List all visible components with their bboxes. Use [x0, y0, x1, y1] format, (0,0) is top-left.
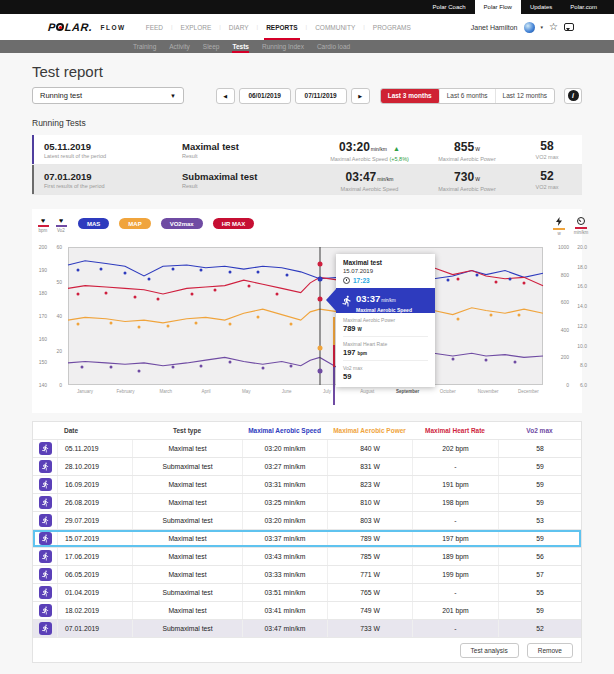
- data-point[interactable]: [138, 326, 141, 329]
- chevron-down-icon[interactable]: ▾: [541, 24, 544, 30]
- table-row[interactable]: 18.02.2019Maximal test03:41 min/km749 W2…: [33, 602, 581, 620]
- legend-pill-mas[interactable]: MAS: [78, 218, 109, 229]
- chat-bubble-icon[interactable]: [564, 23, 574, 31]
- data-point[interactable]: [138, 370, 141, 373]
- data-point[interactable]: [257, 316, 260, 319]
- topbar-link-updates[interactable]: Updates: [521, 0, 561, 14]
- range-button-last-12-months[interactable]: Last 12 months: [495, 88, 554, 104]
- data-point[interactable]: [447, 279, 450, 282]
- subnav-item-tests[interactable]: Tests: [232, 40, 249, 53]
- subnav-item-running-index[interactable]: Running Index: [262, 40, 304, 53]
- test-analysis-button[interactable]: Test analysis: [460, 643, 519, 658]
- remove-button[interactable]: Remove: [527, 643, 573, 658]
- data-point[interactable]: [124, 272, 127, 275]
- table-row[interactable]: 06.05.2019Maximal test03:33 min/km771 W1…: [33, 566, 581, 584]
- data-point[interactable]: [513, 360, 516, 363]
- data-point[interactable]: [290, 364, 293, 367]
- data-point[interactable]: [200, 364, 203, 367]
- table-row[interactable]: 29.07.2019Submaximal test03:20 min/km803…: [33, 512, 581, 530]
- nav-item-reports[interactable]: REPORTS: [264, 14, 299, 40]
- data-point[interactable]: [523, 281, 526, 284]
- date-to-input[interactable]: 07/11/2019: [295, 88, 347, 104]
- data-point[interactable]: [133, 295, 136, 298]
- nav-item-community[interactable]: COMMUNITY: [313, 14, 357, 40]
- table-row[interactable]: 15.07.2019Maximal test03:37 min/km789 W1…: [33, 530, 581, 548]
- table-row[interactable]: 17.06.2019Maximal test03:43 min/km785 W1…: [33, 548, 581, 566]
- data-point[interactable]: [485, 359, 488, 362]
- data-point[interactable]: [76, 323, 79, 326]
- avatar[interactable]: [524, 22, 535, 33]
- polar-logo[interactable]: PLAR.: [48, 21, 93, 33]
- data-point[interactable]: [228, 270, 231, 273]
- data-point[interactable]: [456, 277, 459, 280]
- data-point[interactable]: [290, 323, 293, 326]
- star-icon[interactable]: ☆: [549, 22, 558, 32]
- data-point[interactable]: [109, 321, 112, 324]
- table-row[interactable]: 28.10.2019Submaximal test03:27 min/km831…: [33, 458, 581, 476]
- data-point[interactable]: [200, 269, 203, 272]
- nav-item-explore[interactable]: EXPLORE: [179, 14, 214, 40]
- topbar-link-polar-coach[interactable]: Polar Coach: [424, 0, 475, 14]
- test-type-select[interactable]: Running test ▼: [32, 87, 184, 104]
- data-point[interactable]: [171, 366, 174, 369]
- data-point[interactable]: [489, 313, 492, 316]
- data-point[interactable]: [147, 277, 150, 280]
- info-button[interactable]: i: [564, 88, 582, 104]
- table-row[interactable]: 16.09.2019Maximal test03:31 min/km823 W1…: [33, 476, 581, 494]
- selected-data-point[interactable]: [317, 369, 322, 374]
- selected-data-point[interactable]: [317, 261, 322, 266]
- selected-data-point[interactable]: [317, 345, 322, 350]
- data-point[interactable]: [257, 270, 260, 273]
- data-point[interactable]: [261, 367, 264, 370]
- data-point[interactable]: [285, 273, 288, 276]
- data-point[interactable]: [171, 268, 174, 271]
- subnav-item-sleep[interactable]: Sleep: [203, 40, 220, 53]
- data-point[interactable]: [494, 280, 497, 283]
- data-point[interactable]: [76, 292, 79, 295]
- legend-pill-vo2max[interactable]: VO2max: [161, 218, 203, 229]
- table-row[interactable]: 26.08.2019Maximal test03:25 min/km810 W1…: [33, 494, 581, 512]
- data-point[interactable]: [100, 268, 103, 271]
- selected-data-point[interactable]: [317, 276, 322, 281]
- nav-item-programs[interactable]: PROGRAMS: [371, 14, 413, 40]
- data-point[interactable]: [228, 323, 231, 326]
- data-point[interactable]: [76, 269, 79, 272]
- range-button-last-6-months[interactable]: Last 6 months: [439, 88, 495, 104]
- prev-period-button[interactable]: ◀: [216, 88, 235, 104]
- table-row[interactable]: 01.04.2019Submaximal test03:51 min/km765…: [33, 584, 581, 602]
- subnav-item-activity[interactable]: Activity: [169, 40, 190, 53]
- date-from-input[interactable]: 06/01/2019: [239, 88, 291, 104]
- data-point[interactable]: [451, 357, 454, 360]
- data-point[interactable]: [456, 317, 459, 320]
- cell-test-type: Maximal test: [132, 530, 242, 547]
- data-point[interactable]: [247, 284, 250, 287]
- data-point[interactable]: [276, 292, 279, 295]
- data-point[interactable]: [195, 321, 198, 324]
- data-point[interactable]: [81, 366, 84, 369]
- topbar-link-polar-com[interactable]: Polar.com: [561, 0, 606, 14]
- nav-item-feed[interactable]: FEED: [144, 14, 165, 40]
- subnav-item-training[interactable]: Training: [133, 40, 156, 53]
- data-point[interactable]: [109, 366, 112, 369]
- data-point[interactable]: [157, 298, 160, 301]
- range-button-last-3-months[interactable]: Last 3 months: [381, 88, 439, 104]
- data-point[interactable]: [228, 360, 231, 363]
- cell-power: 810 W: [327, 494, 412, 511]
- data-point[interactable]: [166, 324, 169, 327]
- next-period-button[interactable]: ▶: [351, 88, 370, 104]
- selected-data-point[interactable]: [317, 297, 322, 302]
- topbar-link-polar-flow[interactable]: Polar Flow: [475, 0, 521, 14]
- data-point[interactable]: [475, 273, 478, 276]
- legend-pill-hr-max[interactable]: HR MAX: [213, 218, 255, 229]
- data-point[interactable]: [508, 277, 511, 280]
- data-point[interactable]: [518, 313, 521, 316]
- table-row[interactable]: 05.11.2019Maximal test03:20 min/km840 W2…: [33, 440, 581, 458]
- data-point[interactable]: [214, 288, 217, 291]
- subnav-item-cardio-load[interactable]: Cardio load: [317, 40, 350, 53]
- data-point[interactable]: [105, 291, 108, 294]
- data-point[interactable]: [190, 292, 193, 295]
- table-row[interactable]: 07.01.2019Submaximal test03:47 min/km733…: [33, 620, 581, 638]
- nav-item-diary[interactable]: DIARY: [227, 14, 251, 40]
- cell-power: 789 W: [327, 530, 412, 547]
- legend-pill-map[interactable]: MAP: [119, 218, 150, 229]
